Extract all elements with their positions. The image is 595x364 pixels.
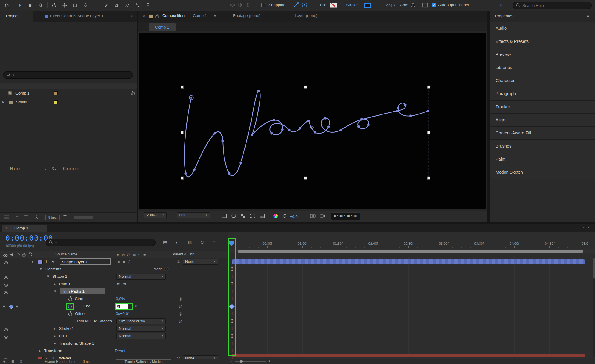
reset-exposure-icon[interactable] [282, 214, 287, 219]
keyframe-toggle-icon[interactable] [9, 305, 14, 309]
clone-stamp-tool-icon[interactable] [112, 1, 121, 10]
previous-keyframe-icon[interactable]: ◀ [3, 305, 5, 308]
layer-name-box[interactable]: Shape Layer 1 [60, 258, 111, 265]
new-folder-icon[interactable] [14, 215, 18, 220]
close-icon[interactable]: × [5, 225, 8, 230]
properties-title[interactable]: Properties [495, 14, 513, 18]
project-item-name[interactable]: Solids [16, 100, 27, 104]
panel-tab-character[interactable]: Character [490, 74, 595, 87]
tab-footage[interactable]: Footage (none) [233, 13, 260, 18]
timeline-row[interactable]: ▶Fill 1Normal▼ [0, 332, 228, 340]
parent-link-dropdown[interactable]: None▼ [183, 259, 218, 265]
toggle-switches-modes-button[interactable]: Toggle Switches / Modes [116, 359, 171, 364]
timeline-row[interactable]: Trim Mu...le ShapesSimultaneously▼◎ [0, 318, 228, 325]
snapshot-camera-icon[interactable] [310, 214, 316, 219]
fill-color-swatch[interactable] [330, 3, 337, 8]
rotation-tool-icon[interactable] [49, 1, 59, 10]
snap-to-features-icon[interactable] [302, 2, 308, 9]
show-snapshot-icon[interactable] [320, 214, 325, 219]
puppet-pin-tool-icon[interactable] [143, 1, 153, 10]
timeline-row[interactable]: Start0,0%◎ [0, 295, 228, 303]
tab-layer[interactable]: Layer (none) [295, 13, 318, 18]
column-comment[interactable]: Comment [63, 167, 79, 171]
blend-mode-dropdown[interactable]: Normal▼ [116, 274, 166, 280]
bit-depth-button[interactable]: 8 bpc [45, 215, 60, 220]
timeline-row[interactable]: ▶1★Shape Layer 1◎◆╱◎None▼ [0, 258, 228, 266]
column-source-name[interactable]: Source Name [55, 252, 77, 256]
timeline-mini-zoom-in-icon[interactable]: ▲ [587, 225, 590, 229]
roto-brush-tool-icon[interactable] [133, 1, 142, 10]
twirl-arrow-icon[interactable]: ▶ [53, 327, 57, 330]
toolbar-overflow-chevrons[interactable]: » [500, 2, 503, 7]
panel-tab-align[interactable]: Align [490, 114, 595, 127]
menu-icon[interactable]: ≡ [214, 13, 216, 18]
visibility-eye-icon[interactable] [4, 327, 8, 332]
preview-timecode[interactable]: 0:00:00:00 [331, 212, 360, 220]
new-composition-icon[interactable] [24, 215, 28, 220]
twirl-arrow-icon[interactable]: ▶ [40, 267, 43, 271]
subtab-comp[interactable]: Comp 1 [149, 23, 176, 31]
twirl-arrow-icon[interactable]: ▶ [38, 349, 42, 352]
work-area-bar[interactable] [238, 250, 583, 253]
pick-whip-icon[interactable]: ◎ [177, 259, 180, 264]
property-value[interactable]: 0x+0,0° [116, 311, 129, 316]
visibility-eye-icon[interactable] [4, 275, 8, 280]
reset-link[interactable]: Reset [115, 349, 125, 353]
next-keyframe-icon[interactable]: ▶ [16, 305, 18, 308]
project-overflow-chevrons[interactable]: » [130, 13, 133, 18]
pan-behind-tool-icon[interactable] [60, 1, 69, 10]
brush-tool-icon[interactable] [101, 1, 111, 10]
path-direction-icon[interactable]: ⇄ [117, 282, 120, 286]
panel-tab-effects-presets[interactable]: Effects & Presets [490, 35, 595, 48]
exposure-value[interactable]: +0,0 [290, 214, 298, 219]
timeline-row[interactable]: ▶Shape 1Normal▼ [0, 273, 228, 280]
panel-tab-content-aware-fill[interactable]: Content-Aware Fill [490, 127, 595, 140]
timeline-row[interactable]: ▶ContentsAdd: [0, 266, 228, 273]
collapse-icon[interactable]: ◆ [123, 260, 125, 264]
pick-whip-icon[interactable]: ◎ [179, 311, 182, 316]
expand-layer-switches-icon[interactable]: ◈ [3, 360, 5, 363]
tab-project[interactable]: Project [6, 14, 18, 18]
selection-bounding-box[interactable] [181, 86, 430, 179]
menu-icon[interactable]: ≡ [587, 13, 589, 18]
stopwatch-icon[interactable] [68, 296, 73, 302]
timeline-tab-comp[interactable]: × Comp 1 ≡ [2, 225, 47, 232]
panel-tab-preview[interactable]: Preview [490, 48, 595, 61]
timeline-mini-zoom-out-icon[interactable]: ▲ [582, 226, 585, 229]
timeline-row[interactable]: Offset0x+0,0°◎ [0, 310, 228, 318]
selected-property-box[interactable]: Trim Paths 1 [60, 288, 105, 294]
pan-camera-tool-icon[interactable] [238, 3, 243, 8]
stroke-color-swatch[interactable] [364, 3, 371, 8]
project-search-box[interactable]: ▼ [3, 71, 133, 79]
panel-scrollbar-pill[interactable] [74, 216, 93, 219]
add-shape-button[interactable] [411, 3, 415, 8]
timeline-vertical-scrollbar[interactable] [593, 257, 595, 357]
home-icon[interactable] [2, 1, 11, 10]
eraser-tool-icon[interactable] [122, 1, 132, 10]
panel-tab-paint[interactable]: Paint [490, 153, 595, 166]
twirl-arrow-icon[interactable]: ▶ [47, 275, 50, 278]
quality-icon[interactable]: ╱ [128, 260, 130, 264]
composition-canvas[interactable] [139, 33, 486, 209]
region-of-interest-icon[interactable] [250, 214, 255, 219]
help-search-box[interactable] [513, 2, 592, 9]
property-value[interactable]: 0,0% [116, 296, 125, 301]
value-edit-field[interactable]: 0 [116, 304, 128, 309]
panel-tab-paragraph[interactable]: Paragraph [490, 87, 595, 101]
expand-in-out-icon[interactable]: ⊚ [20, 360, 22, 363]
mask-visibility-icon[interactable] [231, 214, 236, 219]
tab-composition[interactable]: Composition [162, 13, 185, 18]
list-view-icon[interactable] [4, 215, 9, 220]
frame-blending-icon[interactable]: ▥ [188, 240, 192, 245]
type-tool-icon[interactable] [91, 1, 101, 10]
path-mask-icon[interactable]: ⇆ [123, 282, 126, 286]
menu-icon[interactable]: ≡ [39, 225, 42, 230]
visibility-eye-icon[interactable] [4, 290, 8, 295]
snapping-checkbox[interactable] [261, 3, 266, 7]
orbit-camera-tool-icon[interactable] [229, 2, 235, 9]
visibility-eye-icon[interactable] [4, 261, 8, 265]
resolution-dropdown[interactable]: Full▼ [177, 212, 210, 218]
panel-tab-libraries[interactable]: Libraries [490, 61, 595, 74]
stopwatch-icon[interactable] [68, 311, 73, 317]
magnification-dropdown[interactable]: 200%▼ [144, 212, 167, 218]
